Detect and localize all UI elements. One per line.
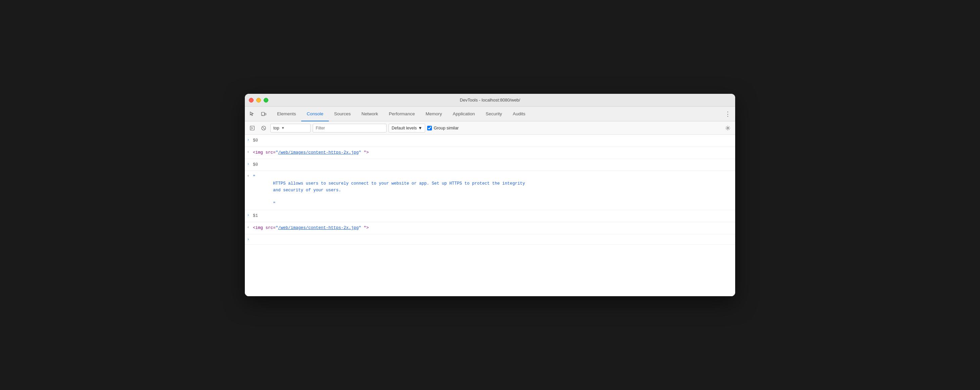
tab-security[interactable]: Security bbox=[480, 107, 508, 121]
entry-expand-icon[interactable]: › bbox=[245, 136, 251, 142]
console-entry: › $0 bbox=[245, 135, 735, 147]
clear-console-button[interactable] bbox=[259, 123, 268, 133]
console-entry: ‹ " HTTPS allows users to securely conne… bbox=[245, 171, 735, 210]
html-link[interactable]: /web/images/content-https-2x.jpg bbox=[278, 225, 359, 230]
chevron-down-icon: ▼ bbox=[281, 126, 285, 130]
context-selector[interactable]: top ▼ bbox=[270, 124, 311, 133]
console-entry: ‹ <img src="/web/images/content-https-2x… bbox=[245, 222, 735, 234]
html-tag-close: "> bbox=[364, 225, 369, 230]
html-link[interactable]: /web/images/content-https-2x.jpg bbox=[278, 150, 359, 155]
tab-sources[interactable]: Sources bbox=[329, 107, 356, 121]
inspect-element-button[interactable] bbox=[248, 109, 257, 119]
window-title: DevTools - localhost:8080/web/ bbox=[460, 98, 520, 102]
tab-list: Elements Console Sources Network Perform… bbox=[272, 107, 723, 121]
levels-chevron-icon: ▼ bbox=[418, 126, 422, 131]
console-output: › $0 ‹ <img src="/web/images/content-htt… bbox=[245, 135, 735, 296]
tab-bar-icons bbox=[248, 109, 268, 119]
tab-performance[interactable]: Performance bbox=[383, 107, 420, 121]
html-tag-close: "> bbox=[364, 150, 369, 155]
tab-memory[interactable]: Memory bbox=[420, 107, 447, 121]
svg-rect-1 bbox=[265, 113, 266, 115]
console-entry: ‹ <img src="/web/images/content-https-2x… bbox=[245, 147, 735, 159]
entry-expand-icon[interactable]: › bbox=[245, 211, 251, 217]
tab-console[interactable]: Console bbox=[301, 107, 329, 121]
html-tag-text: <img src= bbox=[253, 150, 276, 155]
console-result-text: $0 bbox=[253, 138, 258, 143]
console-input-line: › bbox=[245, 234, 735, 245]
entry-back-icon[interactable]: ‹ bbox=[245, 148, 251, 154]
console-entry: › $0 bbox=[245, 159, 735, 171]
title-bar: DevTools - localhost:8080/web/ bbox=[245, 94, 735, 107]
html-attr-quote: " bbox=[276, 225, 278, 230]
html-close-quote: " bbox=[359, 225, 361, 230]
devtools-window: DevTools - localhost:8080/web/ bbox=[245, 94, 735, 296]
console-entry: › $1 bbox=[245, 210, 735, 222]
group-similar-checkbox[interactable] bbox=[427, 126, 432, 131]
console-toolbar: top ▼ Default levels ▼ Group similar bbox=[245, 121, 735, 135]
more-tabs-button[interactable]: ⋮ bbox=[723, 109, 732, 119]
group-similar-label[interactable]: Group similar bbox=[427, 126, 458, 131]
tab-elements[interactable]: Elements bbox=[272, 107, 301, 121]
entry-expand-icon[interactable]: › bbox=[245, 160, 251, 166]
console-result-text: $1 bbox=[253, 214, 258, 218]
device-toolbar-button[interactable] bbox=[259, 109, 268, 119]
svg-point-6 bbox=[727, 127, 729, 129]
entry-back-icon[interactable]: ‹ bbox=[245, 224, 251, 229]
minimize-button[interactable] bbox=[256, 98, 261, 102]
html-close-quote: " bbox=[359, 150, 361, 155]
tab-audits[interactable]: Audits bbox=[508, 107, 531, 121]
console-input-field[interactable] bbox=[251, 236, 735, 243]
svg-line-5 bbox=[262, 127, 265, 129]
entry-back-icon[interactable]: ‹ bbox=[245, 172, 251, 178]
execute-context-button[interactable] bbox=[248, 123, 257, 133]
html-tag-text: <img src= bbox=[253, 225, 276, 230]
console-settings-button[interactable] bbox=[723, 123, 732, 133]
filter-input[interactable] bbox=[313, 124, 387, 133]
close-button[interactable] bbox=[249, 98, 254, 102]
console-multiline-text: " HTTPS allows users to securely connect… bbox=[253, 174, 732, 207]
devtools-container: Elements Console Sources Network Perform… bbox=[245, 107, 735, 296]
html-attr-quote: " bbox=[276, 150, 278, 155]
traffic-lights bbox=[249, 98, 268, 102]
maximize-button[interactable] bbox=[264, 98, 268, 102]
console-result-text: $0 bbox=[253, 162, 258, 167]
log-levels-button[interactable]: Default levels ▼ bbox=[388, 124, 425, 133]
tab-bar: Elements Console Sources Network Perform… bbox=[245, 107, 735, 121]
tab-network[interactable]: Network bbox=[356, 107, 383, 121]
input-prompt-icon: › bbox=[245, 237, 251, 241]
tab-application[interactable]: Application bbox=[447, 107, 480, 121]
